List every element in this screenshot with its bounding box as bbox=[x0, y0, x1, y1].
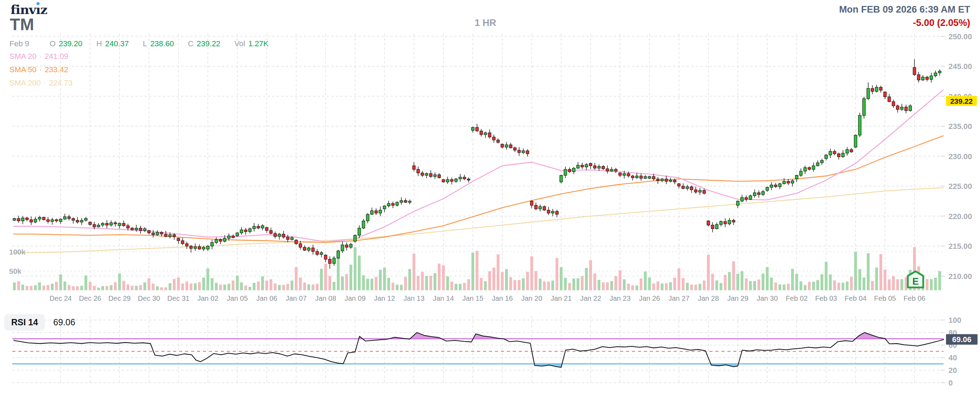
price-axis-tick: 220.00 bbox=[948, 212, 972, 221]
sma20-line bbox=[13, 90, 943, 242]
date-axis-tick: Jan 14 bbox=[433, 294, 454, 302]
rsi-axis-tick: 100 bbox=[948, 316, 961, 325]
date-axis-tick: Jan 07 bbox=[286, 294, 307, 302]
rsi-overbought-fill bbox=[359, 333, 885, 339]
volume-axis-tick: 100k bbox=[9, 248, 25, 256]
date-axis-tick: Jan 30 bbox=[757, 294, 778, 302]
date-axis-tick: Jan 16 bbox=[492, 294, 513, 302]
date-axis-tick: Jan 12 bbox=[374, 294, 395, 302]
date-axis-tick: Jan 27 bbox=[668, 294, 689, 302]
date-axis-tick: Jan 21 bbox=[550, 294, 572, 302]
rsi-indicator-label[interactable]: RSI 14 bbox=[4, 314, 45, 330]
date-axis-tick: Jan 29 bbox=[727, 294, 748, 302]
date-axis-tick: Jan 08 bbox=[315, 294, 336, 302]
price-axis-tick: 225.00 bbox=[948, 182, 972, 191]
date-axis-tick: Jan 23 bbox=[609, 294, 630, 302]
date-axis-tick: Feb 02 bbox=[786, 294, 808, 302]
date-axis-tick: Dec 26 bbox=[79, 294, 101, 302]
price-axis-tick: 245.00 bbox=[948, 62, 972, 71]
current-price-badge: 239.22 bbox=[946, 96, 977, 106]
svg-text:239.22: 239.22 bbox=[950, 97, 973, 105]
earnings-badge[interactable]: E bbox=[908, 271, 923, 288]
date-axis-tick: Jan 13 bbox=[403, 294, 425, 302]
grid-vertical bbox=[60, 33, 915, 383]
date-axis-tick: Jan 09 bbox=[345, 294, 366, 302]
volume-bars bbox=[13, 247, 941, 290]
date-axis-tick: Jan 15 bbox=[462, 294, 483, 302]
rsi-axis-tick: 20 bbox=[948, 366, 957, 375]
sma200-line bbox=[13, 188, 943, 253]
price-axis-tick: 235.00 bbox=[948, 122, 972, 131]
rsi-indicator-value: 69.06 bbox=[53, 317, 75, 327]
date-axis-tick: Feb 04 bbox=[845, 294, 866, 302]
date-axis-tick: Jan 22 bbox=[580, 294, 601, 302]
price-axis-tick: 210.00 bbox=[948, 272, 972, 281]
svg-text:69.06: 69.06 bbox=[952, 335, 971, 344]
date-axis-tick: Jan 20 bbox=[521, 294, 542, 302]
date-axis-tick: Jan 05 bbox=[227, 294, 248, 302]
date-axis-tick: Dec 31 bbox=[167, 294, 189, 302]
date-axis-tick: Jan 28 bbox=[698, 294, 719, 302]
price-axis-labels: 250.00245.00240.00235.00230.00225.00220.… bbox=[948, 32, 972, 281]
volume-axis-tick: 50k bbox=[9, 267, 21, 275]
earnings-letter: E bbox=[912, 276, 919, 287]
price-axis-tick: 215.00 bbox=[948, 242, 972, 251]
date-axis-tick: Feb 03 bbox=[815, 294, 837, 302]
date-axis-tick: Jan 02 bbox=[197, 294, 218, 302]
date-axis-labels: Dec 24Dec 26Dec 29Dec 30Dec 31Jan 02Jan … bbox=[49, 294, 925, 302]
rsi-axis-labels: 100806040200 bbox=[948, 316, 961, 387]
date-axis-tick: Dec 30 bbox=[138, 294, 160, 302]
date-axis-tick: Jan 26 bbox=[639, 294, 660, 302]
finviz-chart-page: finvız TM Feb 9 O 239.20 H 240.37 L 238.… bbox=[0, 0, 980, 394]
sma50-line bbox=[13, 136, 943, 243]
date-axis-tick: Feb 06 bbox=[904, 294, 925, 302]
date-axis-tick: Jan 06 bbox=[256, 294, 277, 302]
price-axis-tick: 230.00 bbox=[948, 152, 972, 161]
date-axis-tick: Feb 05 bbox=[874, 294, 896, 302]
rsi-value-badge: 69.06 bbox=[946, 334, 978, 345]
rsi-axis-tick: 40 bbox=[948, 353, 957, 362]
volume-axis-labels: 100k50k bbox=[9, 248, 25, 275]
price-axis-tick: 250.00 bbox=[948, 32, 972, 41]
grid-horizontal-price bbox=[12, 37, 945, 276]
rsi-axis-tick: 0 bbox=[948, 378, 953, 387]
price-chart-canvas[interactable]: E250.00245.00240.00235.00230.00225.00220… bbox=[0, 0, 980, 394]
date-axis-tick: Dec 24 bbox=[49, 294, 72, 302]
candlesticks bbox=[13, 59, 941, 269]
date-axis-tick: Dec 29 bbox=[108, 294, 130, 302]
